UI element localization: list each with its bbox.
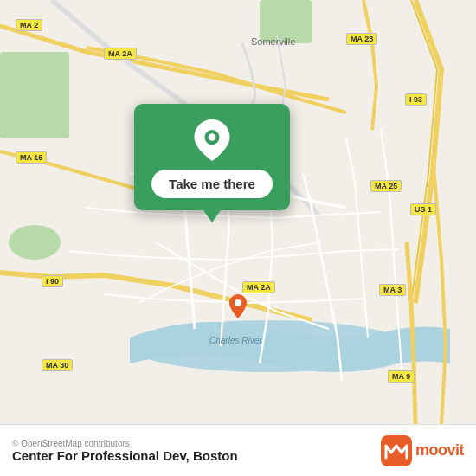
route-badge-ma2: MA 2 — [16, 19, 42, 31]
location-name: Center For Professional Dev, Boston — [12, 448, 238, 463]
popup-card: Take me there — [134, 104, 290, 210]
svg-point-4 — [235, 299, 241, 306]
route-badge-ma2a-mid: MA 2A — [242, 281, 275, 293]
moovit-icon — [381, 435, 412, 466]
map-container: MA 2 MA 2A MA 28 I 93 MA 16 MA 2A MA 25 … — [0, 0, 476, 424]
popup-pin-icon — [191, 119, 233, 161]
svg-point-3 — [9, 225, 61, 260]
route-badge-ma9: MA 9 — [388, 370, 415, 383]
bottom-bar: © OpenStreetMap contributors Center For … — [0, 424, 476, 476]
moovit-logo: moovit — [381, 435, 464, 466]
destination-pin — [229, 294, 247, 322]
route-badge-ma16: MA 16 — [16, 151, 47, 164]
bottom-left-info: © OpenStreetMap contributors Center For … — [12, 439, 238, 463]
moovit-text: moovit — [415, 441, 464, 460]
route-badge-ma3: MA 3 — [379, 284, 406, 296]
map-attribution: © OpenStreetMap contributors — [12, 439, 238, 448]
take-me-there-button[interactable]: Take me there — [151, 170, 273, 198]
route-badge-ma25: MA 25 — [370, 180, 402, 192]
route-badge-ma2a-top: MA 2A — [104, 48, 137, 60]
svg-rect-1 — [0, 52, 69, 138]
route-badge-ma28: MA 28 — [346, 33, 377, 45]
route-badge-i90: I 90 — [42, 275, 63, 287]
route-badge-i93: I 93 — [405, 93, 427, 106]
charles-river-label: Charles River — [209, 336, 262, 345]
somerville-label: Somerville — [251, 36, 295, 47]
svg-point-6 — [209, 133, 216, 141]
route-badge-ma30: MA 30 — [42, 359, 73, 371]
route-badge-us1: US 1 — [410, 203, 436, 215]
